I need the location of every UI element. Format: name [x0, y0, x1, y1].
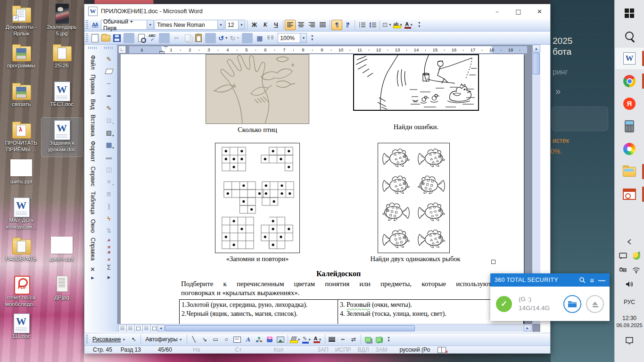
document-table[interactable]: 1.Золотой (руки, середина, руно, лихорад… — [179, 299, 524, 324]
taskbar-clock[interactable]: 12:30 06.09.2025 — [615, 315, 644, 328]
chevron-down-icon[interactable]: ▼ — [225, 36, 228, 40]
picture-birds-in-hand[interactable] — [206, 54, 309, 124]
tab-stop-selector[interactable]: ∟ — [118, 46, 126, 53]
toolbar-options-chevron[interactable]: ▶ — [91, 276, 94, 280]
diagram-button[interactable] — [254, 334, 264, 345]
open-drive-button[interactable] — [563, 295, 581, 313]
open-button[interactable]: ▼ — [100, 33, 111, 43]
popup-minimize-icon[interactable]: — — [598, 276, 605, 284]
desktop-icon[interactable]: связать — [1, 79, 41, 118]
line-style-button[interactable] — [327, 334, 338, 345]
title-bar[interactable]: ПРИЛОЖЕНИЕ1.doc - Microsoft Word – □ ✕ — [84, 4, 550, 18]
scroll-left-button[interactable]: ◄ — [157, 325, 165, 331]
copy-button[interactable]: ▼ — [182, 33, 193, 43]
eraser-button[interactable]: ▼ — [102, 65, 116, 77]
menu-item[interactable]: Окно — [89, 217, 97, 235]
table-cell[interactable]: 1.Золотой (руки, середина, руно, лихорад… — [180, 300, 338, 324]
arrow-button[interactable]: ↘ — [199, 334, 210, 345]
chevron-down-icon[interactable]: ▼ — [300, 33, 306, 42]
rectangle-button[interactable]: ▭ — [210, 334, 221, 345]
yandex-taskbar-button[interactable]: Я — [615, 92, 644, 115]
chrome-taskbar-button[interactable] — [615, 70, 644, 92]
desktop-icon[interactable]: Задания к урокам.doc — [41, 118, 82, 156]
table-autoformat-button[interactable]: ϟ ▼ — [102, 212, 116, 224]
font-combo[interactable]: Times New Roman ▼ — [155, 20, 224, 30]
volume-icon[interactable] — [626, 280, 634, 288]
align-left-button[interactable] — [285, 20, 296, 30]
insert-table-button[interactable]: ▦ ▼ — [254, 33, 265, 43]
align-center-button[interactable] — [296, 20, 306, 30]
desktop-icon[interactable]: отчет по-са мообследо... — [1, 272, 41, 311]
toolbar-grip[interactable] — [86, 20, 88, 30]
powerpoint-taskbar-button[interactable] — [615, 183, 644, 206]
search-taskbar-button[interactable] — [615, 25, 644, 47]
picture-find-errors[interactable] — [353, 54, 479, 111]
chevron-down-icon[interactable]: ▼ — [238, 20, 245, 29]
status-flag[interactable]: ЗАМ — [375, 346, 387, 353]
explorer-taskbar-button[interactable] — [615, 160, 644, 183]
desktop-icon[interactable]: шить.ppt — [1, 156, 41, 195]
distribute-rows-button[interactable]: ≣ ▼ — [102, 188, 116, 200]
toolbar-options-chevron[interactable]: ▶ — [107, 275, 110, 280]
chevron-down-icon[interactable]: ▼ — [147, 20, 153, 29]
wordart-button[interactable]: А — [243, 334, 254, 345]
status-language[interactable]: русский (Ро — [400, 346, 430, 353]
paste-button[interactable]: ▼ — [193, 33, 204, 43]
highlight-button[interactable]: ab▼ — [393, 20, 404, 30]
dash-style-button[interactable]: ┅ — [338, 334, 348, 345]
merge-cells-button[interactable]: ▬ ▼ — [102, 151, 116, 163]
desktop-icon[interactable]: ПРОЧИТАТЬ ПРИЁМЫ ... — [1, 118, 41, 156]
menu-item[interactable]: Вставка — [89, 112, 97, 139]
start-taskbar-button[interactable] — [615, 2, 644, 25]
power-plug-icon[interactable] — [619, 266, 627, 274]
distribute-columns-button[interactable]: ∥ ▼ — [102, 200, 116, 212]
draw-table-button[interactable]: ✎ ▼ — [102, 53, 116, 65]
line-style-button[interactable]: ┈ ▼ — [102, 77, 116, 90]
style-combo[interactable]: Обычный + Перв ▼ — [101, 20, 154, 30]
status-flag[interactable]: ИСПР — [335, 346, 351, 353]
toolbar-grip[interactable] — [86, 335, 88, 344]
web-layout-view-button[interactable] — [126, 325, 135, 332]
eject-drive-button[interactable] — [586, 295, 604, 313]
desktop-icon[interactable]: МАУ ДО к конкурсам... — [1, 195, 41, 234]
status-flag[interactable]: ВДЛ — [358, 346, 369, 353]
language-indicator[interactable]: РУС — [615, 299, 644, 305]
toolbar-options-chevron[interactable]: ▾▾ — [386, 334, 392, 345]
clip-art-button[interactable] — [264, 334, 275, 345]
styles-and-formatting-button[interactable]: АА — [90, 20, 100, 30]
print-layout-view-button[interactable] — [134, 325, 143, 332]
autosum-button[interactable]: Σ ▼ — [102, 261, 116, 273]
cut-button[interactable]: ✂ ▼ — [171, 33, 182, 43]
minimize-button[interactable]: – — [487, 4, 508, 18]
save-button[interactable]: ▼ — [111, 33, 122, 43]
shadow-style-button[interactable] — [363, 334, 373, 345]
menu-item[interactable]: Таблица — [89, 189, 97, 217]
draw-font-color-button[interactable]: А▼ — [313, 334, 323, 345]
split-cells-button[interactable]: ◫ ▼ — [102, 163, 116, 175]
spelling-button[interactable]: ABC ▼ — [147, 33, 157, 43]
outside-border-button[interactable]: ⊡ ▼ — [102, 114, 116, 126]
desktop-icon[interactable]: 111.doc — [1, 311, 41, 350]
caption-birds[interactable]: Сколько птиц — [206, 126, 309, 134]
scroll-up-button[interactable]: ▲ — [532, 45, 540, 52]
drawing-menu-button[interactable]: Рисование▼ — [90, 335, 128, 344]
font-color-button[interactable]: А▼ — [404, 20, 414, 30]
document-page[interactable]: Сколько птиц Найди ошибки. — [121, 54, 524, 324]
font-size-combo[interactable]: 12 ▼ — [225, 20, 245, 30]
italic-button[interactable]: К — [260, 20, 271, 30]
horizontal-scroll-thumb[interactable] — [165, 325, 415, 331]
hidden-icons-chevron[interactable] — [626, 238, 634, 246]
sort-descending-button[interactable]: ▼ — [102, 249, 116, 261]
autoshapes-menu-button[interactable]: Автофигуры▼ — [142, 335, 185, 344]
document-paragraph[interactable]: Подберите к перечисленным цветам понятия… — [181, 280, 498, 297]
toolbar-options-chevron[interactable]: ▾▾ — [309, 33, 315, 43]
toolbar-grip[interactable] — [88, 47, 98, 49]
desktop-icon[interactable]: РАЗОБРАТЬ — [1, 234, 41, 272]
new-document-button[interactable]: ▼ — [90, 33, 100, 43]
antivirus-360-tray-icon[interactable] — [633, 252, 640, 260]
picture-find-identical-fish[interactable] — [378, 143, 450, 253]
maximize-button[interactable]: □ — [508, 4, 529, 18]
search-icon[interactable] — [579, 277, 586, 283]
menu-icon[interactable]: ≡ — [590, 276, 594, 284]
rtl-paragraph-button[interactable]: ¶ — [342, 20, 353, 30]
